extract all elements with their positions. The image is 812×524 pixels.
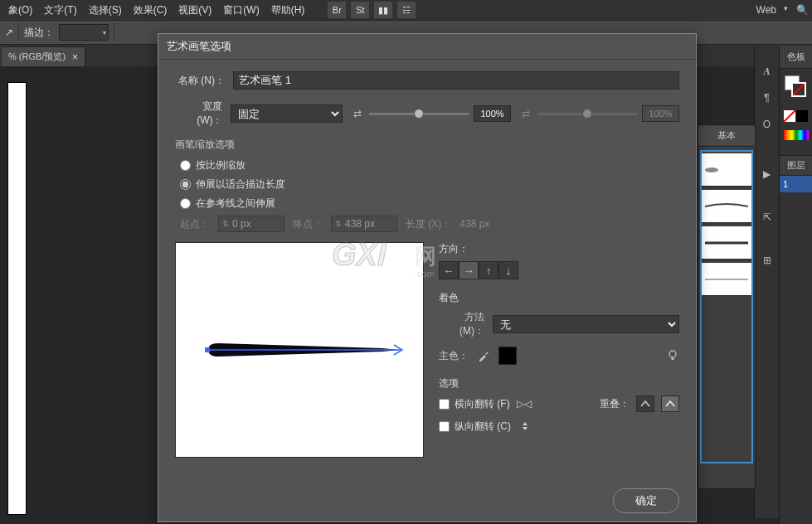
flip-vertical-icon [518, 419, 532, 434]
art-brush-options-dialog: 艺术画笔选项 名称 (N)： 宽度 (W)： 固定 ⇄ 100% ⇄ 100% … [158, 33, 697, 522]
key-color-swatch[interactable] [498, 347, 517, 365]
document-tab[interactable]: % (RGB/预览) × [2, 46, 85, 66]
start-label: 起点： [180, 217, 210, 231]
artboard [8, 83, 26, 514]
end-label: 终点： [293, 217, 323, 231]
export-panel-icon[interactable]: ⇱ [758, 208, 776, 226]
flip-width-b-icon: ⇄ [519, 107, 532, 120]
dialog-title: 艺术画笔选项 [158, 34, 696, 60]
brush-thumb[interactable] [702, 190, 751, 223]
svg-line-0 [793, 84, 805, 95]
panel-dock: 色板 图层 1 [779, 46, 812, 524]
direction-left-button[interactable]: ← [439, 261, 459, 279]
swatch-none[interactable] [784, 110, 795, 122]
overlap-label: 重叠： [600, 397, 630, 411]
fill-stroke-icon[interactable] [785, 75, 808, 99]
direction-up-button[interactable]: ↑ [479, 261, 498, 279]
width-label: 宽度 (W)： [175, 99, 222, 128]
svg-point-2 [705, 167, 718, 172]
ok-button[interactable]: 确定 [613, 488, 679, 513]
menu-effect[interactable]: 效果(C) [129, 2, 173, 19]
scale-stretch-radio[interactable]: 伸展以适合描边长度 [175, 177, 679, 192]
length-value: 438 px [459, 218, 489, 230]
svg-point-5 [669, 351, 676, 357]
document-tab-title: % (RGB/预览) [8, 51, 66, 63]
layer-name: 1 [783, 179, 788, 189]
svg-line-1 [784, 110, 795, 122]
brushes-tab-basic[interactable]: 基本 [698, 126, 755, 145]
menu-bar: 象(O) 文字(T) 选择(S) 效果(C) 视图(V) 窗口(W) 帮助(H)… [0, 0, 812, 20]
search-icon[interactable]: 🔍 [796, 4, 809, 16]
width-slider-b [537, 113, 637, 115]
overlap-option-b[interactable] [661, 395, 679, 412]
flip-width-a-icon[interactable]: ⇄ [351, 107, 364, 120]
direction-down-button[interactable]: ↓ [498, 261, 518, 279]
flip-horizontal-icon: ▷◁ [517, 396, 532, 411]
width-mode-select[interactable]: 固定 [231, 104, 343, 123]
width-pct-a[interactable]: 100% [474, 105, 511, 122]
paragraph-panel-icon[interactable]: ¶ [758, 89, 776, 107]
menu-window[interactable]: 窗口(W) [218, 2, 264, 19]
play-icon[interactable]: ▶ [758, 165, 776, 183]
direction-right-button[interactable]: → [459, 261, 479, 279]
flip-horizontal-checkbox[interactable]: 横向翻转 (F) [439, 397, 510, 411]
name-label: 名称 (N)： [175, 74, 225, 88]
brushes-panel: 基本 [698, 124, 756, 489]
eyedropper-icon[interactable] [477, 349, 490, 362]
svg-rect-4 [205, 347, 210, 352]
menu-select[interactable]: 选择(S) [84, 2, 127, 19]
direction-title: 方向： [439, 242, 679, 256]
width-pct-b: 100% [642, 105, 679, 122]
text-panel-icon[interactable]: A [758, 62, 776, 80]
close-icon[interactable]: × [72, 51, 78, 63]
brush-preview [175, 242, 424, 458]
menu-object[interactable]: 象(O) [3, 2, 37, 19]
menu-help[interactable]: 帮助(H) [266, 2, 310, 19]
tint-method-select[interactable]: 无 [493, 315, 679, 333]
brush-thumb[interactable] [702, 263, 751, 296]
stroke-label: 描边： [24, 26, 54, 40]
stock-icon[interactable]: St [351, 2, 369, 18]
tint-title: 着色 [439, 291, 679, 305]
workspace-dropdown[interactable]: Web [751, 2, 790, 17]
grid-panel-icon[interactable]: ⊞ [758, 251, 776, 269]
arrange-icon[interactable]: ▮▮ [374, 2, 392, 18]
overlap-option-a[interactable] [636, 395, 654, 412]
end-value-input: ⇅438 px [331, 216, 397, 232]
flip-vertical-checkbox[interactable]: 纵向翻转 (C) [439, 420, 511, 434]
brush-name-input[interactable] [233, 71, 679, 90]
scale-proportional-radio[interactable]: 按比例缩放 [175, 158, 679, 172]
brush-thumb[interactable] [702, 226, 751, 260]
svg-rect-6 [672, 357, 674, 360]
menu-view[interactable]: 视图(V) [173, 2, 216, 19]
prefs-icon[interactable]: ☷ [397, 2, 416, 18]
swatch-black[interactable] [796, 110, 808, 122]
bridge-icon[interactable]: Br [328, 2, 346, 18]
scale-guides-radio[interactable]: 在参考线之间伸展 [175, 196, 679, 211]
layers-panel-tab[interactable]: 图层 [780, 155, 812, 176]
panel-dock-inner: A ¶ O ▶ ⇱ ⊞ [754, 46, 779, 518]
method-label: 方法 (M)： [439, 310, 484, 338]
length-label: 长度 (X)： [406, 217, 451, 231]
scale-group-title: 画笔缩放选项 [175, 138, 679, 152]
path-icon[interactable]: ↗ [5, 27, 13, 38]
color-spectrum[interactable] [784, 130, 809, 140]
tips-icon[interactable] [666, 348, 679, 364]
width-slider-a[interactable] [369, 113, 469, 115]
menu-type[interactable]: 文字(T) [39, 2, 81, 19]
options-title: 选项 [439, 376, 679, 391]
start-value-input: ⇅0 px [218, 216, 284, 232]
swatches-panel-tab[interactable]: 色板 [780, 46, 812, 69]
stroke-weight-dropdown[interactable] [59, 24, 109, 41]
layer-row[interactable]: 1 [780, 176, 812, 192]
main-color-label: 主色： [439, 349, 469, 363]
brush-thumb[interactable] [702, 153, 751, 187]
opentype-panel-icon[interactable]: O [758, 115, 776, 133]
swatch-row [784, 110, 808, 122]
